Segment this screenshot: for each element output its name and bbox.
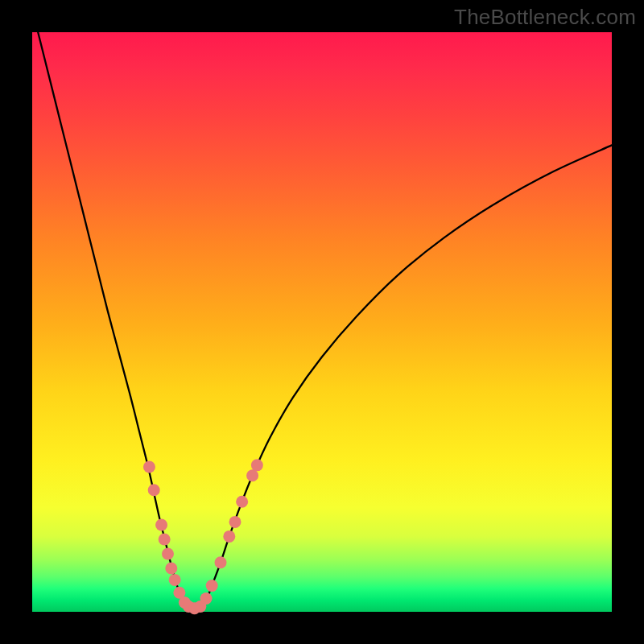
- watermark-text: TheBottleneck.com: [454, 5, 636, 30]
- data-point: [159, 534, 171, 546]
- data-point: [246, 469, 258, 481]
- curve-left-curve: [38, 32, 194, 609]
- data-point: [223, 530, 235, 543]
- data-point: [148, 484, 160, 496]
- data-point: [162, 548, 174, 560]
- data-point: [165, 563, 177, 575]
- marker-layer: [143, 459, 263, 614]
- data-point: [229, 516, 242, 528]
- chart-svg: [32, 32, 612, 612]
- data-point: [200, 592, 213, 605]
- data-point: [206, 580, 218, 592]
- data-point: [251, 459, 263, 471]
- data-point: [169, 574, 181, 586]
- plot-area: [32, 32, 612, 612]
- data-point: [236, 496, 248, 508]
- chart-frame: TheBottleneck.com: [0, 0, 644, 644]
- data-point: [155, 519, 167, 531]
- data-point: [143, 461, 155, 473]
- curve-layer: [38, 32, 612, 609]
- curve-right-curve: [195, 145, 612, 608]
- data-point: [215, 556, 227, 568]
